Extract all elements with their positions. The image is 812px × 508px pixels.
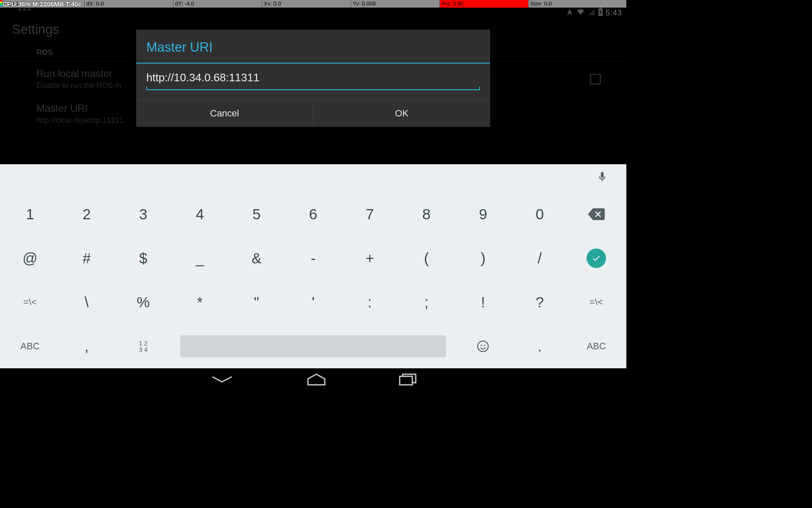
row-subtitle: http://local-desktop:11311 bbox=[36, 116, 123, 125]
key-ampersand[interactable]: & bbox=[228, 236, 285, 280]
numpad-icon: 1 2 3 4 bbox=[139, 340, 148, 353]
chevron-down-icon bbox=[210, 374, 234, 384]
touch-debug-bar: P: 0 / 1 dX: 0.0 dY: -4.0 Xv: 0.0 Yv: 0.… bbox=[0, 0, 626, 8]
svg-point-0 bbox=[478, 341, 488, 352]
key-numpad-toggle[interactable]: 1 2 3 4 bbox=[115, 324, 172, 368]
key-hash[interactable]: # bbox=[58, 236, 115, 280]
cancel-button[interactable]: Cancel bbox=[136, 100, 313, 127]
location-icon bbox=[566, 8, 573, 17]
debug-dy: dY: -4.0 bbox=[173, 0, 262, 8]
key-symbols-right[interactable]: =\< bbox=[568, 280, 625, 324]
key-2[interactable]: 2 bbox=[58, 192, 115, 236]
key-at[interactable]: @ bbox=[2, 236, 58, 280]
home-icon bbox=[306, 373, 326, 386]
signal-icon bbox=[588, 8, 595, 17]
nav-recents-button[interactable] bbox=[398, 373, 417, 387]
master-uri-dialog: Master URI Cancel OK bbox=[136, 30, 490, 127]
debug-dx: dX: 0.0 bbox=[85, 0, 173, 8]
key-asterisk[interactable]: * bbox=[172, 280, 228, 324]
key-plus[interactable]: + bbox=[341, 236, 398, 280]
kbd-row-1: 1 2 3 4 5 6 7 8 9 0 bbox=[2, 192, 625, 236]
row-title: Master URI bbox=[36, 102, 123, 114]
svg-point-2 bbox=[484, 345, 485, 346]
android-status-bar: 5:43 bbox=[0, 8, 626, 18]
key-minus[interactable]: - bbox=[285, 236, 342, 280]
master-uri-input[interactable] bbox=[146, 71, 480, 87]
key-slash[interactable]: / bbox=[511, 236, 568, 280]
recents-icon bbox=[398, 373, 417, 386]
soft-keyboard: 1 2 3 4 5 6 7 8 9 0 @ # $ _ & - + ( ) / bbox=[0, 190, 626, 368]
ok-button[interactable]: OK bbox=[313, 100, 490, 127]
key-enter[interactable] bbox=[568, 236, 625, 280]
notification-dots-icon bbox=[19, 8, 30, 11]
key-backslash[interactable]: \ bbox=[58, 280, 115, 324]
row-title: Run local master bbox=[36, 68, 121, 80]
voice-input-button[interactable] bbox=[597, 170, 608, 185]
svg-point-1 bbox=[481, 345, 482, 346]
cpu-overlay-text: CPU:36% M:2206MB T:40c bbox=[3, 0, 82, 8]
key-question[interactable]: ? bbox=[511, 280, 568, 324]
key-space[interactable] bbox=[172, 324, 455, 368]
wifi-icon bbox=[576, 8, 585, 17]
key-backspace[interactable] bbox=[568, 192, 625, 236]
key-dquote[interactable]: " bbox=[228, 280, 285, 324]
key-0[interactable]: 0 bbox=[511, 192, 568, 236]
key-6[interactable]: 6 bbox=[285, 192, 342, 236]
key-3[interactable]: 3 bbox=[115, 192, 172, 236]
key-rparen[interactable]: ) bbox=[455, 236, 511, 280]
key-8[interactable]: 8 bbox=[398, 192, 455, 236]
key-1[interactable]: 1 bbox=[2, 192, 58, 236]
debug-prs: Prs: 0.80 bbox=[440, 0, 529, 8]
row-subtitle: Enable to run the ROS m bbox=[36, 81, 121, 90]
nav-home-button[interactable] bbox=[306, 373, 326, 387]
kbd-row-2: @ # $ _ & - + ( ) / bbox=[2, 236, 625, 280]
key-symbols-left[interactable]: =\< bbox=[2, 280, 58, 324]
debug-xv: Xv: 0.0 bbox=[262, 0, 351, 8]
key-percent[interactable]: % bbox=[115, 280, 172, 324]
key-emoji[interactable] bbox=[455, 324, 511, 368]
input-underline bbox=[146, 87, 480, 90]
key-squote[interactable]: ' bbox=[285, 280, 342, 324]
dialog-title: Master URI bbox=[136, 30, 490, 63]
key-5[interactable]: 5 bbox=[228, 192, 285, 236]
key-abc-left[interactable]: ABC bbox=[2, 324, 58, 368]
key-semicolon[interactable]: ; bbox=[398, 280, 455, 324]
spacebar-surface bbox=[180, 335, 446, 357]
key-colon[interactable]: : bbox=[341, 280, 398, 324]
android-nav-bar bbox=[0, 368, 626, 392]
nav-back-button[interactable] bbox=[210, 374, 234, 386]
key-lparen[interactable]: ( bbox=[398, 236, 455, 280]
key-abc-right[interactable]: ABC bbox=[568, 324, 625, 368]
key-7[interactable]: 7 bbox=[341, 192, 398, 236]
kbd-row-4: ABC , 1 2 3 4 . ABC bbox=[2, 324, 625, 368]
debug-size: Size: 0.0 bbox=[529, 0, 626, 8]
svg-rect-3 bbox=[400, 376, 412, 385]
key-period[interactable]: . bbox=[511, 324, 568, 368]
key-4[interactable]: 4 bbox=[172, 192, 228, 236]
debug-yv: Yv: 0.009 bbox=[351, 0, 440, 8]
key-underscore[interactable]: _ bbox=[172, 236, 228, 280]
run-local-master-checkbox[interactable] bbox=[590, 74, 601, 85]
key-dollar[interactable]: $ bbox=[115, 236, 172, 280]
key-exclaim[interactable]: ! bbox=[455, 280, 511, 324]
key-9[interactable]: 9 bbox=[455, 192, 511, 236]
check-icon bbox=[587, 248, 606, 268]
ime-candidate-bar bbox=[0, 164, 626, 190]
kbd-row-3: =\< \ % * " ' : ; ! ? =\< bbox=[2, 280, 625, 324]
key-comma[interactable]: , bbox=[58, 324, 115, 368]
emoji-icon bbox=[477, 340, 489, 353]
status-clock: 5:43 bbox=[606, 9, 622, 17]
battery-icon bbox=[598, 8, 603, 18]
